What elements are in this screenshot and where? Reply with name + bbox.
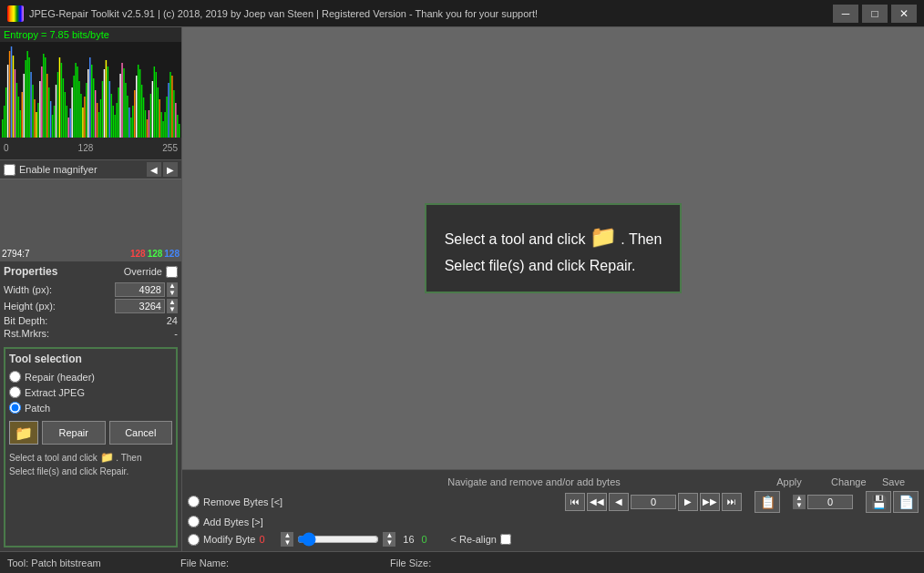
nav-next-btn[interactable]: ▶	[678, 493, 698, 511]
svg-rect-18	[32, 85, 33, 138]
svg-rect-83	[149, 110, 149, 138]
patch-radio-label[interactable]: Patch	[25, 403, 50, 414]
entropy-chart	[0, 42, 181, 138]
svg-rect-2	[4, 106, 5, 138]
svg-rect-20	[36, 112, 36, 138]
remove-bytes-radio[interactable]	[188, 496, 200, 507]
svg-rect-69	[123, 68, 124, 138]
tool-hint-text-overlay: Select a tool and click 📁 . Then Select …	[445, 220, 662, 278]
override-checkbox[interactable]	[166, 266, 178, 278]
svg-rect-32	[57, 72, 58, 138]
patch-radio[interactable]	[9, 402, 21, 414]
slider-down-btn[interactable]: ▼	[281, 539, 293, 547]
modify-slider[interactable]	[297, 533, 379, 546]
magnifier-nav: ◀ ▶	[147, 162, 178, 177]
title-bar: JPEG-Repair Toolkit v2.5.91 | (c) 2018, …	[0, 0, 924, 27]
svg-rect-16	[28, 57, 29, 138]
svg-rect-85	[152, 81, 153, 138]
svg-rect-22	[39, 81, 40, 138]
svg-rect-50	[89, 57, 90, 138]
change-input[interactable]	[807, 495, 853, 509]
svg-rect-63	[113, 106, 114, 138]
rgb-r: 128	[130, 249, 146, 259]
cancel-button[interactable]: Cancel	[109, 421, 173, 445]
svg-rect-25	[45, 57, 46, 138]
extract-radio[interactable]	[9, 386, 21, 398]
tool-hint-text: Select a tool and click 📁 . ThenSelect f…	[9, 450, 172, 478]
modify-byte-radio[interactable]	[188, 534, 200, 546]
app-icon	[7, 5, 24, 22]
svg-rect-55	[98, 112, 99, 138]
minimize-button[interactable]: ─	[833, 5, 858, 23]
svg-rect-96	[171, 76, 172, 138]
svg-rect-82	[147, 119, 148, 138]
nav-prev-fast-btn[interactable]: ◀◀	[587, 493, 607, 511]
magnifier-prev-btn[interactable]: ◀	[147, 162, 161, 177]
remove-bytes-label[interactable]: Remove Bytes [<]	[203, 496, 282, 507]
rgb-g: 128	[148, 249, 163, 259]
magnifier-next-btn[interactable]: ▶	[163, 162, 178, 177]
nav-prev-btn[interactable]: ◀	[609, 493, 629, 511]
svg-rect-44	[78, 81, 79, 138]
svg-rect-73	[130, 118, 131, 138]
svg-rect-6	[11, 46, 12, 138]
svg-rect-24	[43, 54, 44, 138]
magnifier-label[interactable]: Enable magnifyer	[19, 164, 98, 175]
add-bytes-label[interactable]: Add Bytes [>]	[203, 517, 263, 527]
realign-label: < Re-align	[450, 534, 496, 545]
bottom-toolbar: Navigate and remove and/or add bytes App…	[182, 469, 924, 551]
magnifier-checkbox[interactable]	[4, 164, 15, 176]
patch-radio-row: Patch	[9, 400, 172, 415]
entropy-canvas	[0, 42, 181, 142]
width-down[interactable]: ▼	[167, 290, 178, 297]
maximize-button[interactable]: □	[862, 5, 888, 23]
height-down[interactable]: ▼	[167, 306, 178, 313]
svg-rect-70	[125, 83, 126, 138]
apply-btn[interactable]: 📋	[755, 491, 780, 513]
repair-button[interactable]: Repair	[42, 421, 106, 445]
realign-checkbox[interactable]	[500, 534, 511, 545]
byte-position-input[interactable]	[631, 495, 676, 509]
bitdepth-label: Bit Depth:	[4, 315, 47, 326]
svg-rect-33	[59, 57, 60, 138]
extract-radio-label[interactable]: Extract JPEG	[25, 387, 85, 398]
close-button[interactable]: ✕	[891, 5, 917, 23]
modify-byte-label[interactable]: Modify Byte	[203, 534, 255, 545]
open-folder-button[interactable]: 📁	[9, 421, 38, 445]
svg-rect-91	[162, 121, 163, 138]
svg-rect-4	[7, 65, 8, 138]
rstmrkrs-label: Rst.Mrkrs:	[4, 328, 49, 339]
svg-rect-93	[166, 97, 167, 138]
save-btn-1[interactable]: 💾	[866, 491, 891, 513]
properties-section: Properties Override Width (px): ▲ ▼ Heig…	[0, 261, 181, 343]
entropy-label: Entropy = 7.85 bits/byte	[0, 27, 181, 42]
svg-rect-88	[158, 87, 159, 138]
save-btn-2[interactable]: 📄	[893, 491, 919, 513]
svg-rect-34	[61, 63, 62, 138]
svg-rect-51	[91, 65, 92, 138]
modify-left-value: 0	[259, 534, 277, 545]
nav-first-btn[interactable]: ⏮	[565, 493, 585, 511]
svg-rect-97	[173, 90, 174, 138]
title-buttons: ─ □ ✕	[833, 5, 917, 23]
nav-last-btn[interactable]: ⏭	[722, 493, 742, 511]
svg-rect-47	[84, 97, 85, 138]
svg-rect-26	[46, 74, 47, 138]
height-input[interactable]	[115, 299, 165, 313]
title-text: JPEG-Repair Toolkit v2.5.91 | (c) 2018, …	[29, 8, 538, 19]
svg-rect-94	[168, 83, 169, 138]
change-down-btn[interactable]: ▼	[793, 502, 806, 509]
repair-radio-label[interactable]: Repair (header)	[25, 372, 95, 383]
svg-rect-52	[93, 78, 94, 138]
add-bytes-radio[interactable]	[188, 516, 200, 527]
axis-left: 0	[4, 143, 9, 153]
status-bar: Tool: Patch bitstream File Name: File Si…	[0, 551, 924, 573]
svg-rect-74	[132, 106, 133, 138]
svg-rect-78	[139, 69, 140, 138]
entropy-section: Entropy = 7.85 bits/byte 0 128 255	[0, 27, 181, 159]
repair-radio[interactable]	[9, 371, 21, 383]
width-input[interactable]	[115, 282, 165, 297]
slider-right-down-btn[interactable]: ▼	[383, 539, 395, 547]
nav-next-fast-btn[interactable]: ▶▶	[700, 493, 720, 511]
status-filesize: File Size:	[390, 558, 481, 568]
